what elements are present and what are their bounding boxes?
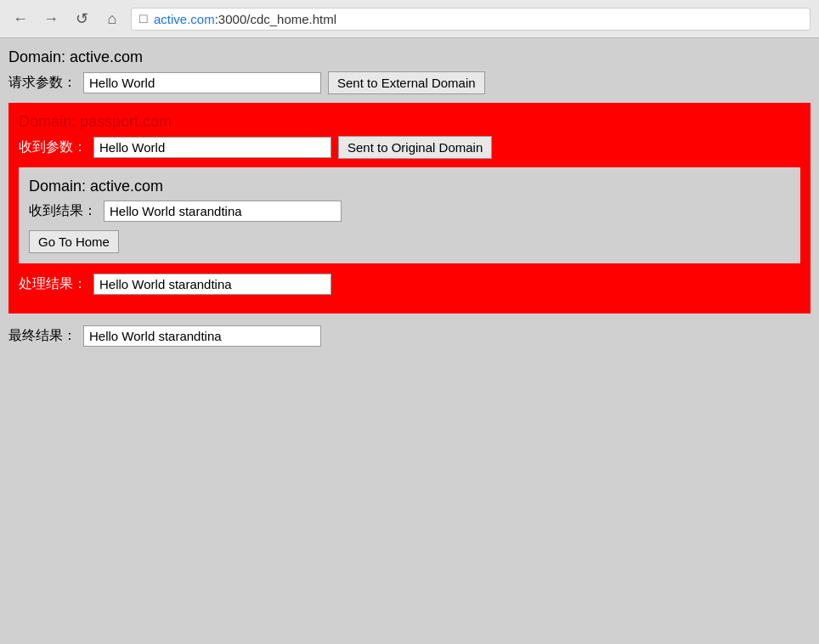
final-result-label: 最终结果： [8,327,76,345]
outer-domain-label: Domain: active.com [8,48,811,66]
browser-toolbar: ← → ↺ ⌂ ☐ active.com:3000/cdc_home.html [0,0,819,37]
passport-panel: Domain: passport.com 收到参数： Sent to Origi… [8,103,811,314]
inner-domain-label: Domain: active.com [29,178,790,195]
page-icon: ☐ [138,13,149,25]
address-bar[interactable]: ☐ active.com:3000/cdc_home.html [131,8,811,31]
final-result-row: 最终结果： [8,322,811,347]
passport-domain-label: Domain: passport.com [19,113,800,131]
send-original-button[interactable]: Sent to Original Domain [338,136,492,159]
inner-result-row: 收到结果： [29,201,790,222]
process-result-row: 处理结果： [19,274,800,295]
inner-result-input[interactable] [104,201,342,222]
passport-received-label: 收到参数： [19,138,87,156]
process-result-input[interactable] [93,274,331,295]
inner-result-label: 收到结果： [29,202,97,220]
request-label: 请求参数： [8,74,76,92]
url-path: :3000/cdc_home.html [215,12,336,26]
forward-button[interactable]: → [39,7,63,31]
request-input[interactable] [83,72,321,93]
browser-chrome: ← → ↺ ⌂ ☐ active.com:3000/cdc_home.html [0,0,819,38]
send-external-button[interactable]: Sent to External Domain [328,71,485,94]
back-button[interactable]: ← [8,7,32,31]
home-button[interactable]: ⌂ [100,7,124,31]
passport-received-input[interactable] [93,137,331,158]
go-home-button[interactable]: Go To Home [29,230,119,253]
final-result-input[interactable] [83,325,321,347]
reload-button[interactable]: ↺ [70,7,93,31]
address-text: active.com:3000/cdc_home.html [154,12,336,26]
passport-received-row: 收到参数： Sent to Original Domain [19,136,800,159]
process-result-label: 处理结果： [19,275,87,293]
page-content: Domain: active.com 请求参数： Sent to Externa… [0,38,819,357]
request-row: 请求参数： Sent to External Domain [8,71,811,94]
url-domain: active.com [154,12,215,26]
inner-grey-panel: Domain: active.com 收到结果： Go To Home [19,167,800,263]
